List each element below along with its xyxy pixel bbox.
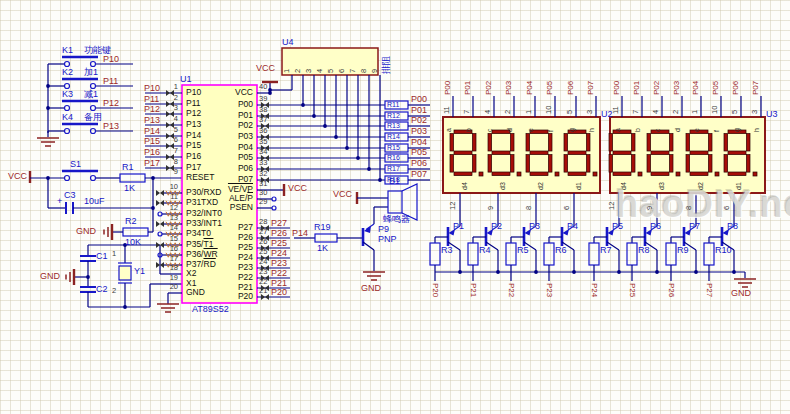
pin-number: 11 bbox=[612, 106, 620, 114]
transistor-ref: P6 bbox=[650, 221, 661, 231]
resistor-r4[interactable] bbox=[468, 243, 478, 265]
digit-name: d4 bbox=[620, 182, 628, 190]
segment bbox=[568, 172, 586, 176]
pin-number: 3 bbox=[586, 110, 594, 114]
decimal-point bbox=[555, 172, 559, 176]
segment bbox=[548, 155, 552, 173]
pin-number: 16 bbox=[170, 245, 178, 253]
no-connect-circle bbox=[272, 197, 276, 201]
mcu-pin-name: P23 bbox=[238, 263, 253, 272]
pin-number: 6 bbox=[338, 69, 346, 73]
net-label: P23 bbox=[545, 283, 554, 297]
pin-number: 5 bbox=[327, 69, 335, 73]
decimal-point bbox=[715, 172, 719, 176]
mcu-pin-name: P12 bbox=[186, 109, 201, 118]
net-label: P22 bbox=[507, 283, 516, 297]
net-label: P00 bbox=[612, 81, 621, 95]
segment bbox=[454, 151, 472, 155]
net-label: P25 bbox=[271, 238, 287, 248]
resistor-r3[interactable] bbox=[430, 243, 440, 265]
switch-terminal bbox=[65, 62, 70, 67]
segment-name: f bbox=[547, 130, 555, 132]
resistor-r9[interactable] bbox=[666, 243, 676, 265]
segment bbox=[651, 151, 669, 155]
switch-terminal bbox=[65, 176, 70, 181]
mcu-pin-name: P35/T1 bbox=[186, 240, 213, 249]
digit-name: d1 bbox=[575, 182, 583, 190]
pin-number: 32 bbox=[259, 170, 267, 178]
segment bbox=[647, 155, 651, 173]
segment bbox=[526, 155, 530, 173]
net-label: P12 bbox=[144, 104, 160, 114]
mcu-pin-name: X2 bbox=[186, 269, 196, 278]
resistor-ref: R19 bbox=[314, 222, 331, 232]
resistor-r1[interactable] bbox=[120, 174, 145, 182]
segment bbox=[526, 134, 530, 152]
crystal-y1[interactable] bbox=[119, 266, 131, 280]
mcu-pin-name: P22 bbox=[238, 273, 253, 282]
pin-number: 2 bbox=[672, 110, 680, 114]
resistor-ref: R6 bbox=[555, 245, 567, 255]
display-ref: U3 bbox=[766, 109, 778, 119]
gnd-port-label: GND bbox=[40, 271, 60, 281]
bowtie-mark bbox=[166, 133, 170, 139]
resistor-r7[interactable] bbox=[589, 243, 599, 265]
pin-number: 14 bbox=[170, 224, 178, 232]
net-label: P20 bbox=[431, 283, 440, 297]
segment bbox=[708, 134, 712, 152]
transistor-ref: P1 bbox=[453, 221, 464, 231]
resistor-r2[interactable] bbox=[123, 228, 148, 236]
net-label: P11 bbox=[103, 76, 118, 86]
pin-number: 19 bbox=[170, 274, 178, 282]
transistor-arrow bbox=[364, 226, 371, 233]
segment bbox=[686, 134, 690, 152]
pin-number: 21 bbox=[259, 287, 267, 295]
mcu-pin-name: GND bbox=[186, 288, 205, 297]
resistor-r19[interactable] bbox=[315, 234, 337, 242]
resistor-r10[interactable] bbox=[704, 243, 714, 265]
segment bbox=[586, 134, 590, 152]
buzzer-symbol[interactable] bbox=[388, 191, 402, 213]
segment-name: a bbox=[445, 128, 453, 132]
buzzer-label: 蜂鸣器 bbox=[383, 214, 410, 224]
pin-number: 2 bbox=[112, 287, 116, 295]
transistor-ref: P5 bbox=[612, 221, 623, 231]
pin-number: 8 bbox=[174, 158, 178, 166]
net-label: P01 bbox=[411, 105, 427, 115]
pin-number: 7 bbox=[463, 110, 471, 114]
net-label: P15 bbox=[144, 136, 160, 146]
resistor-r6[interactable] bbox=[544, 243, 554, 265]
segment bbox=[510, 134, 514, 152]
transistor-ref: P8 bbox=[727, 221, 738, 231]
pin-number: 7 bbox=[349, 69, 357, 73]
resistor-r5[interactable] bbox=[506, 243, 516, 265]
wire bbox=[363, 242, 374, 250]
pin-number: 5 bbox=[174, 126, 178, 134]
pin-number: 10 bbox=[170, 183, 178, 191]
resistor-r8[interactable] bbox=[627, 243, 637, 265]
net-label: P02 bbox=[484, 81, 493, 95]
segment bbox=[530, 151, 548, 155]
pin-number: 10 bbox=[545, 106, 553, 114]
pin-number: 3 bbox=[305, 69, 313, 73]
bowtie-mark bbox=[160, 262, 164, 268]
resistor-ref: R4 bbox=[479, 245, 491, 255]
mcu-pin-name: P26 bbox=[238, 233, 253, 242]
segment bbox=[724, 134, 728, 152]
mcu-pin-name: P31TXD bbox=[186, 198, 218, 207]
mcu-pin-name: P17 bbox=[186, 163, 201, 172]
segment bbox=[488, 155, 492, 173]
segment bbox=[609, 155, 613, 173]
mcu-pin-name: P15 bbox=[186, 141, 201, 150]
button-function-label: 减1 bbox=[84, 89, 98, 99]
mcu-pin-name: P05 bbox=[238, 153, 253, 162]
bowtie-mark bbox=[166, 90, 170, 96]
segment bbox=[492, 172, 510, 176]
pin-number: 1 bbox=[691, 110, 699, 114]
segment bbox=[564, 155, 568, 173]
net-label: P21 bbox=[469, 283, 478, 297]
junction-dot bbox=[123, 305, 127, 309]
junction-dot bbox=[151, 206, 155, 210]
pin-number: 9 bbox=[487, 206, 495, 210]
segment-name: a bbox=[614, 128, 622, 132]
